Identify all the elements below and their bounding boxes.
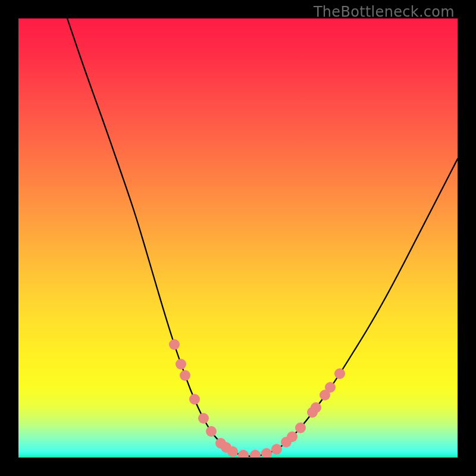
marker-dot bbox=[189, 394, 200, 405]
marker-dot bbox=[238, 450, 249, 458]
bottleneck-curve bbox=[67, 18, 458, 456]
marker-dot bbox=[180, 370, 190, 381]
highlight-dots bbox=[169, 339, 345, 458]
marker-dot bbox=[325, 382, 336, 393]
chart-svg bbox=[18, 18, 458, 458]
marker-dot bbox=[334, 368, 345, 379]
marker-dot bbox=[198, 413, 209, 424]
chart-frame bbox=[18, 18, 458, 458]
marker-dot bbox=[227, 446, 238, 457]
marker-dot bbox=[176, 359, 186, 369]
marker-dot bbox=[287, 431, 298, 442]
marker-dot bbox=[271, 444, 282, 455]
marker-dot bbox=[295, 422, 306, 433]
marker-dot bbox=[169, 339, 180, 350]
marker-dot bbox=[311, 402, 321, 413]
watermark: TheBottleneck.com bbox=[314, 4, 455, 20]
marker-dot bbox=[261, 448, 272, 458]
marker-dot bbox=[206, 426, 217, 437]
marker-dot bbox=[250, 450, 261, 458]
